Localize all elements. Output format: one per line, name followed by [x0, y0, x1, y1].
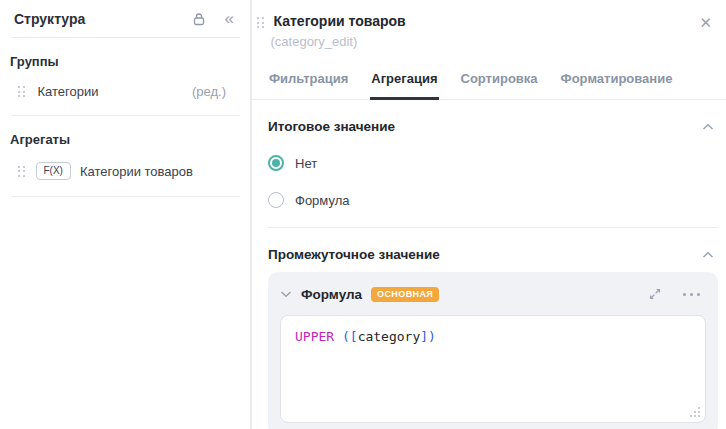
intermediate-value-title: Промежуточное значение	[268, 247, 440, 262]
radio-selected-icon[interactable]	[268, 155, 284, 171]
main-formula-badge: ОСНОВНАЯ	[371, 287, 439, 302]
close-button[interactable]: ✕	[699, 15, 712, 30]
divider	[12, 196, 240, 197]
aggregates-section-title: Агрегаты	[0, 116, 250, 147]
formula-code-line: UPPER ([category])	[295, 328, 691, 345]
chevron-up-icon	[702, 123, 714, 131]
chevron-up-icon	[702, 251, 714, 259]
groups-section-title: Группы	[0, 38, 250, 69]
expand-icon	[648, 287, 662, 301]
tab-formatting[interactable]: Форматирование	[560, 56, 674, 99]
code-token-keyword: UPPER	[295, 329, 334, 344]
field-settings-panel: Категории товаров (category_edit) ✕ Филь…	[252, 0, 726, 429]
expand-editor-button[interactable]	[648, 287, 662, 301]
tab-sorting[interactable]: Сортировка	[460, 56, 539, 99]
more-options-icon[interactable]	[683, 293, 700, 296]
edit-group-link[interactable]: (ред.)	[192, 84, 226, 99]
formula-card-title: Формула	[301, 287, 362, 302]
field-title: Категории товаров	[274, 13, 406, 29]
divider	[268, 227, 718, 228]
collapse-panel-button[interactable]: «	[225, 10, 234, 27]
structure-panel: Структура « Группы Категории (ред.) Агре…	[0, 0, 252, 429]
radio-option-none[interactable]: Нет	[268, 155, 718, 171]
total-value-title: Итоговое значение	[268, 119, 395, 134]
tab-filtering[interactable]: Фильтрация	[268, 56, 349, 99]
aggregation-tab-content: Итоговое значение Нет Формула Промежуточ…	[252, 100, 726, 429]
code-token-bracket: ]	[420, 329, 428, 344]
chevron-down-icon	[280, 290, 292, 298]
settings-tabs: Фильтрация Агрегация Сортировка Форматир…	[252, 56, 726, 100]
radio-option-none-label: Нет	[295, 156, 317, 171]
close-icon: ✕	[699, 15, 712, 30]
list-item-aggregate-categories[interactable]: F(X) Категории товаров	[0, 147, 250, 196]
field-id-subtitle: (category_edit)	[271, 34, 406, 49]
field-title-block: Категории товаров (category_edit)	[274, 13, 406, 49]
aggregate-item-label: Категории товаров	[80, 164, 193, 179]
resize-grip-icon[interactable]	[690, 407, 700, 417]
radio-option-formula[interactable]: Формула	[268, 192, 718, 208]
code-token-bracket: )	[428, 329, 436, 344]
formula-code-editor[interactable]: UPPER ([category])	[280, 315, 706, 423]
group-item-label: Категории	[38, 84, 99, 99]
radio-unselected-icon[interactable]	[268, 192, 284, 208]
formula-card: Формула ОСНОВНАЯ UPPER ([category])	[268, 272, 718, 429]
list-item-group-categories[interactable]: Категории (ред.)	[0, 69, 250, 115]
code-token-bracket: [	[350, 329, 358, 344]
drag-handle-icon[interactable]	[257, 17, 264, 28]
drag-handle-icon[interactable]	[18, 166, 25, 177]
tab-aggregation[interactable]: Агрегация	[370, 56, 438, 99]
formula-card-header: Формула ОСНОВНАЯ	[280, 282, 706, 306]
lock-button[interactable]	[191, 11, 207, 27]
collapse-intermediate-section-button[interactable]	[702, 251, 718, 259]
structure-panel-header: Структура «	[0, 0, 250, 37]
radio-option-formula-label: Формула	[295, 193, 349, 208]
formula-fx-badge: F(X)	[36, 162, 71, 180]
code-token-field: category	[358, 329, 421, 344]
double-chevron-left-icon: «	[225, 10, 234, 27]
collapse-total-section-button[interactable]	[702, 123, 718, 131]
code-token-bracket: (	[334, 329, 350, 344]
intermediate-value-section-header: Промежуточное значение	[268, 247, 718, 262]
field-settings-header: Категории товаров (category_edit) ✕	[252, 0, 726, 56]
structure-panel-title: Структура	[14, 11, 173, 27]
drag-handle-icon[interactable]	[18, 86, 25, 97]
collapse-formula-button[interactable]	[280, 290, 292, 298]
total-value-section-header: Итоговое значение	[268, 119, 718, 134]
lock-icon	[191, 11, 207, 27]
